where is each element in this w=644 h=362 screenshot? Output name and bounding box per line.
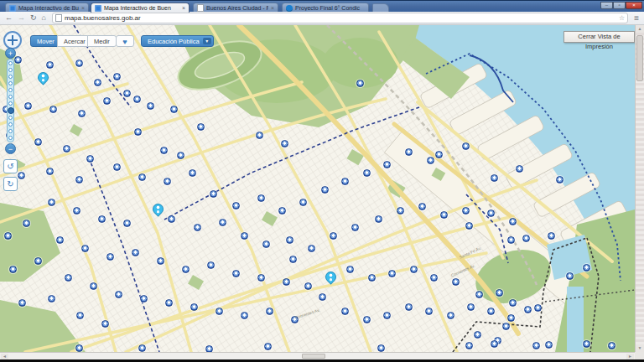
selected-location-pin[interactable] [325, 272, 337, 288]
vertical-scrollbar[interactable]: ▲ ▼ [635, 25, 644, 352]
map-canvas[interactable] [0, 25, 635, 352]
map-marker[interactable] [219, 219, 226, 226]
map-marker[interactable] [123, 220, 131, 227]
map-marker[interactable] [138, 344, 146, 352]
map-marker[interactable] [56, 236, 64, 244]
map-marker[interactable] [425, 308, 433, 315]
zoom-level-tick[interactable] [8, 95, 13, 99]
map-marker[interactable] [78, 110, 86, 117]
tab-close-icon[interactable]: × [271, 5, 274, 11]
map-marker[interactable] [9, 266, 17, 273]
zoom-level-tick[interactable] [8, 68, 13, 72]
map-marker[interactable] [165, 299, 173, 307]
vertical-scrollbar-thumb[interactable] [636, 35, 643, 81]
map-marker[interactable] [507, 236, 515, 244]
map-marker[interactable] [14, 56, 22, 64]
map-marker[interactable] [113, 73, 121, 80]
scroll-up-icon[interactable]: ▲ [636, 25, 644, 33]
layer-selector-button[interactable]: Educación Pública ▾ [141, 35, 214, 47]
map-marker[interactable] [34, 257, 42, 265]
map-marker[interactable] [299, 199, 307, 206]
map-marker[interactable] [496, 289, 503, 297]
map-marker[interactable] [583, 340, 590, 348]
map-marker[interactable] [440, 211, 448, 219]
map-marker[interactable] [264, 343, 272, 350]
map-marker[interactable] [157, 257, 164, 265]
map-marker[interactable] [321, 186, 329, 194]
previous-extent-button[interactable]: ↺ [3, 159, 18, 173]
map-marker[interactable] [18, 299, 26, 307]
map-marker[interactable] [113, 163, 121, 171]
map-marker[interactable] [138, 173, 146, 181]
map-marker[interactable] [63, 145, 70, 153]
close-print-view-button[interactable]: Cerrar Vista de Impresión [564, 31, 635, 43]
map-marker[interactable] [18, 172, 25, 179]
map-marker[interactable] [583, 264, 590, 272]
map-marker[interactable] [46, 168, 54, 175]
map-marker[interactable] [48, 295, 55, 303]
map-marker[interactable] [257, 194, 265, 202]
map-marker[interactable] [98, 215, 106, 223]
map-marker[interactable] [207, 261, 215, 269]
map-marker[interactable] [266, 308, 273, 315]
map-marker[interactable] [397, 207, 404, 215]
map-marker[interactable] [383, 161, 391, 168]
chevron-down-icon[interactable]: ▾ [203, 38, 211, 44]
map-marker[interactable] [363, 316, 371, 323]
zoom-level-tick[interactable] [8, 122, 13, 127]
url-text[interactable]: mapa.buenosaires.gob.ar [65, 15, 141, 22]
close-window-button[interactable]: × [626, 2, 642, 9]
map-marker[interactable] [75, 344, 83, 352]
map-marker[interactable] [241, 312, 248, 319]
map-marker[interactable] [405, 303, 413, 311]
zoom-level-tick[interactable] [8, 75, 13, 79]
scroll-down-icon[interactable]: ▼ [636, 344, 644, 352]
map-marker[interactable] [447, 312, 454, 319]
map-marker[interactable] [90, 282, 97, 290]
maximize-button[interactable]: ▫ [613, 2, 626, 9]
pan-control-button[interactable] [3, 31, 22, 49]
map-marker[interactable] [49, 106, 57, 113]
map-marker[interactable] [462, 207, 470, 215]
map-marker[interactable] [341, 308, 349, 315]
map-marker[interactable] [375, 215, 382, 223]
map-marker[interactable] [4, 232, 12, 240]
map-marker[interactable] [368, 274, 376, 282]
map-marker[interactable] [509, 218, 517, 225]
map-marker[interactable] [75, 59, 83, 67]
map-marker[interactable] [75, 176, 83, 184]
map-marker[interactable] [182, 266, 190, 273]
map-marker[interactable] [507, 314, 515, 322]
map-marker[interactable] [474, 331, 481, 339]
next-extent-button[interactable]: ↻ [3, 177, 18, 191]
zoom-level-tick[interactable] [8, 88, 13, 92]
map-marker[interactable] [341, 178, 349, 185]
map-marker[interactable] [103, 97, 111, 105]
map-marker[interactable] [34, 138, 42, 146]
map-marker[interactable] [556, 176, 564, 184]
map-marker[interactable] [177, 152, 184, 159]
map-marker[interactable] [491, 340, 498, 348]
map-marker[interactable] [232, 270, 240, 277]
map-marker[interactable] [115, 291, 122, 298]
map-marker[interactable] [210, 190, 217, 198]
map-marker[interactable] [133, 96, 141, 103]
map-marker[interactable] [76, 312, 84, 319]
map-marker[interactable] [286, 236, 293, 244]
map-marker[interactable] [24, 102, 32, 110]
map-marker[interactable] [308, 245, 315, 252]
map-marker[interactable] [383, 312, 391, 319]
map-marker[interactable] [160, 147, 168, 154]
map-marker[interactable] [548, 232, 555, 240]
tab-close-icon[interactable]: × [182, 5, 185, 11]
map-marker[interactable] [170, 106, 178, 113]
map-marker[interactable] [94, 79, 101, 86]
map-marker[interactable] [73, 207, 80, 215]
map-marker[interactable] [197, 123, 205, 131]
tab-close-icon[interactable]: × [81, 5, 85, 11]
map-marker[interactable] [487, 209, 495, 217]
selected-location-pin[interactable] [153, 204, 164, 220]
bookmark-star-icon[interactable]: ☆ [619, 15, 625, 22]
map-marker[interactable] [491, 174, 498, 182]
reload-icon[interactable]: ↻ [30, 14, 37, 22]
